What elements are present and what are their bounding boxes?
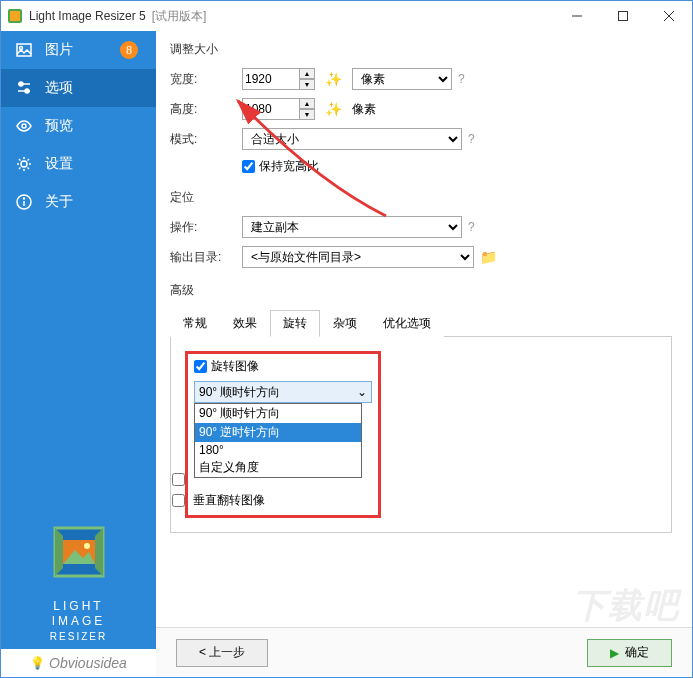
dropdown-option[interactable]: 90° 顺时针方向 xyxy=(195,404,361,423)
tab-rotate[interactable]: 旋转 xyxy=(270,310,320,337)
window-controls xyxy=(554,1,692,31)
rotate-angle-dropdown[interactable]: 90° 顺时针方向 ⌄ 90° 顺时针方向 90° 逆时针方向 180° 自定义… xyxy=(194,381,372,403)
sidebar-item-options[interactable]: 选项 xyxy=(1,69,156,107)
sidebar-item-label: 选项 xyxy=(45,79,73,97)
tab-general[interactable]: 常规 xyxy=(170,310,220,337)
tab-optimize[interactable]: 优化选项 xyxy=(370,310,444,337)
highlight-box: 旋转图像 90° 顺时针方向 ⌄ 90° 顺时针方向 90° 逆时针方向 180… xyxy=(185,351,381,518)
chevron-down-icon: ⌄ xyxy=(357,385,367,399)
position-section-title: 定位 xyxy=(170,189,672,206)
height-input[interactable] xyxy=(242,98,300,120)
tab-misc[interactable]: 杂项 xyxy=(320,310,370,337)
svg-marker-22 xyxy=(95,528,103,576)
mode-label: 模式: xyxy=(170,131,242,148)
bulb-icon: 💡 xyxy=(30,656,45,670)
svg-rect-6 xyxy=(17,44,31,56)
info-icon xyxy=(15,193,33,211)
brand-text: LIGHT IMAGE RESIZER xyxy=(1,599,156,643)
close-button[interactable] xyxy=(646,1,692,31)
eye-icon xyxy=(15,117,33,135)
sidebar-item-preview[interactable]: 预览 xyxy=(1,107,156,145)
output-dir-select[interactable]: <与原始文件同目录> xyxy=(242,246,474,268)
svg-point-9 xyxy=(19,82,23,86)
sidebar-item-images[interactable]: 图片 8 xyxy=(1,31,156,69)
dropdown-option[interactable]: 180° xyxy=(195,442,361,458)
dropdown-option[interactable]: 自定义角度 xyxy=(195,458,361,477)
play-icon: ▶ xyxy=(610,646,619,660)
rotate-tab-body: 旋转图像 90° 顺时针方向 ⌄ 90° 顺时针方向 90° 逆时针方向 180… xyxy=(170,337,672,533)
resize-section-title: 调整大小 xyxy=(170,41,672,58)
gear-icon xyxy=(15,155,33,173)
wand-icon[interactable]: ✨ xyxy=(325,101,342,117)
height-spinner-buttons[interactable]: ▲▼ xyxy=(299,98,315,120)
svg-point-16 xyxy=(24,198,25,199)
help-icon[interactable]: ? xyxy=(468,220,475,234)
tab-effects[interactable]: 效果 xyxy=(220,310,270,337)
app-icon xyxy=(7,8,23,24)
svg-rect-3 xyxy=(619,12,628,21)
sidebar-item-label: 图片 xyxy=(45,41,73,59)
height-unit-label: 像素 xyxy=(352,101,376,118)
keep-ratio-label: 保持宽高比 xyxy=(259,158,319,175)
image-icon xyxy=(15,41,33,59)
back-button[interactable]: < 上一步 xyxy=(176,639,268,667)
flip-h-checkbox[interactable] xyxy=(172,473,185,486)
rotate-checkbox[interactable] xyxy=(194,360,207,373)
mode-select[interactable]: 合适大小 xyxy=(242,128,462,150)
sidebar-footer: LIGHT IMAGE RESIZER xyxy=(1,508,156,649)
flip-v-checkbox[interactable] xyxy=(172,494,185,507)
minimize-button[interactable] xyxy=(554,1,600,31)
badge: 8 xyxy=(120,41,138,59)
sidebar: 图片 8 选项 预览 设置 关于 LIGHT IMAGE RESIZER xyxy=(1,31,156,677)
svg-rect-1 xyxy=(10,11,20,21)
logo-icon xyxy=(1,522,156,585)
svg-marker-21 xyxy=(55,528,63,576)
advanced-tabs: 常规 效果 旋转 杂项 优化选项 xyxy=(170,309,672,337)
sidebar-item-label: 关于 xyxy=(45,193,73,211)
ok-button[interactable]: ▶ 确定 xyxy=(587,639,672,667)
rotate-label: 旋转图像 xyxy=(211,358,259,375)
width-spinner-buttons[interactable]: ▲▼ xyxy=(299,68,315,90)
help-icon[interactable]: ? xyxy=(468,132,475,146)
operation-label: 操作: xyxy=(170,219,242,236)
flip-v-label: 垂直翻转图像 xyxy=(193,492,265,509)
help-icon[interactable]: ? xyxy=(458,72,465,86)
window-title: Light Image Resizer 5 xyxy=(29,9,146,23)
dropdown-list: 90° 顺时针方向 90° 逆时针方向 180° 自定义角度 xyxy=(194,403,362,478)
trial-label: [试用版本] xyxy=(152,8,207,25)
sidebar-item-label: 预览 xyxy=(45,117,73,135)
width-input[interactable] xyxy=(242,68,300,90)
height-label: 高度: xyxy=(170,101,242,118)
titlebar: Light Image Resizer 5 [试用版本] xyxy=(1,1,692,31)
wand-icon[interactable]: ✨ xyxy=(325,71,342,87)
maximize-button[interactable] xyxy=(600,1,646,31)
operation-select[interactable]: 建立副本 xyxy=(242,216,462,238)
svg-point-13 xyxy=(21,161,27,167)
svg-point-20 xyxy=(84,543,90,549)
output-dir-label: 输出目录: xyxy=(170,249,242,266)
sidebar-item-about[interactable]: 关于 xyxy=(1,183,156,221)
watermark: 下载吧 xyxy=(572,583,680,629)
folder-icon[interactable]: 📁 xyxy=(480,249,497,265)
width-label: 宽度: xyxy=(170,71,242,88)
keep-ratio-checkbox[interactable] xyxy=(242,160,255,173)
svg-point-11 xyxy=(25,89,29,93)
advanced-section-title: 高级 xyxy=(170,282,672,299)
dropdown-option[interactable]: 90° 逆时针方向 xyxy=(195,423,361,442)
content-panel: 调整大小 宽度: ▲▼ ✨ 像素 ? 高度: ▲▼ ✨ 像素 模式: 合适大小 … xyxy=(156,31,692,677)
obviousidea-link[interactable]: 💡 Obviousidea xyxy=(1,649,156,677)
sliders-icon xyxy=(15,79,33,97)
sidebar-item-settings[interactable]: 设置 xyxy=(1,145,156,183)
width-unit-select[interactable]: 像素 xyxy=(352,68,452,90)
sidebar-item-label: 设置 xyxy=(45,155,73,173)
svg-point-12 xyxy=(22,124,26,128)
footer: < 上一步 ▶ 确定 xyxy=(156,627,692,677)
